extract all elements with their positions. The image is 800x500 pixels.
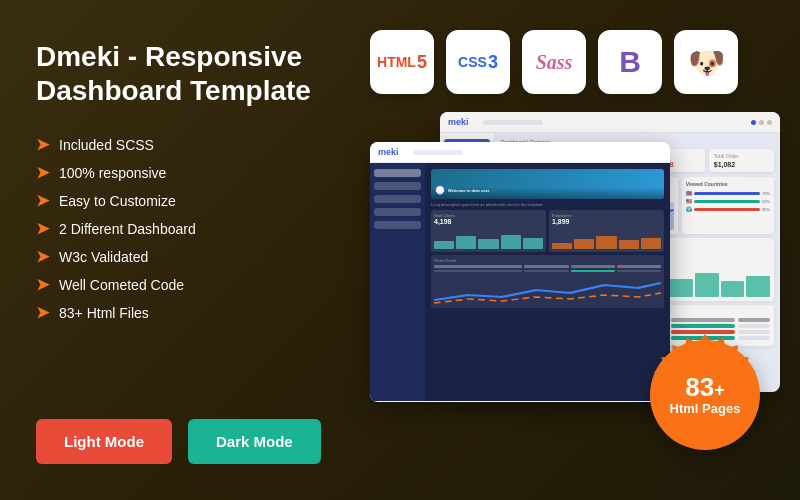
arrow-icon: ➤ — [36, 219, 49, 238]
css3-icon: CSS 3 — [446, 30, 510, 94]
sass-icon: Sass — [522, 30, 586, 94]
badge-number: 83 — [685, 374, 714, 400]
feature-item: ➤Well Cometed Code — [36, 275, 324, 294]
feature-item: ➤Easy to Customize — [36, 191, 324, 210]
feature-item: ➤2 Different Dashboard — [36, 219, 324, 238]
feature-text: Included SCSS — [59, 137, 154, 153]
arrow-icon: ➤ — [36, 275, 49, 294]
badge-83-plus: 83 + Html Pages — [650, 340, 760, 450]
html5-icon: HTML 5 — [370, 30, 434, 94]
feature-text: 100% responsive — [59, 165, 166, 181]
features-list: ➤Included SCSS➤100% responsive➤Easy to C… — [36, 135, 324, 322]
feature-text: Easy to Customize — [59, 193, 176, 209]
left-panel: Dmeki - Responsive Dashboard Template ➤I… — [0, 0, 360, 500]
arrow-icon: ➤ — [36, 247, 49, 266]
light-mode-button[interactable]: Light Mode — [36, 419, 172, 464]
feature-text: W3c Validated — [59, 249, 148, 265]
dashboard-preview: meki — [370, 112, 770, 470]
feature-text: 83+ Html Files — [59, 305, 149, 321]
arrow-icon: ➤ — [36, 135, 49, 154]
tech-icons-row: HTML 5 CSS 3 Sass B 🐶 — [370, 30, 770, 94]
arrow-icon: ➤ — [36, 163, 49, 182]
feature-text: Well Cometed Code — [59, 277, 184, 293]
main-container: Dmeki - Responsive Dashboard Template ➤I… — [0, 0, 800, 500]
badge-text: Html Pages — [670, 401, 741, 417]
arrow-icon: ➤ — [36, 303, 49, 322]
feature-item: ➤W3c Validated — [36, 247, 324, 266]
right-panel: HTML 5 CSS 3 Sass B 🐶 meki — [360, 0, 800, 500]
feature-text: 2 Different Dashboard — [59, 221, 196, 237]
feature-item: ➤Included SCSS — [36, 135, 324, 154]
feature-item: ➤100% responsive — [36, 163, 324, 182]
dashboard-front-preview: meki — [370, 142, 670, 402]
dark-mode-button[interactable]: Dark Mode — [188, 419, 321, 464]
bootstrap-icon: B — [598, 30, 662, 94]
buttons-row: Light Mode Dark Mode — [36, 419, 324, 464]
arrow-icon: ➤ — [36, 191, 49, 210]
dashboard-logo: meki — [448, 117, 469, 127]
feature-item: ➤83+ Html Files — [36, 303, 324, 322]
title-section: Dmeki - Responsive Dashboard Template ➤I… — [36, 40, 324, 354]
page-title: Dmeki - Responsive Dashboard Template — [36, 40, 324, 107]
pug-icon: 🐶 — [674, 30, 738, 94]
